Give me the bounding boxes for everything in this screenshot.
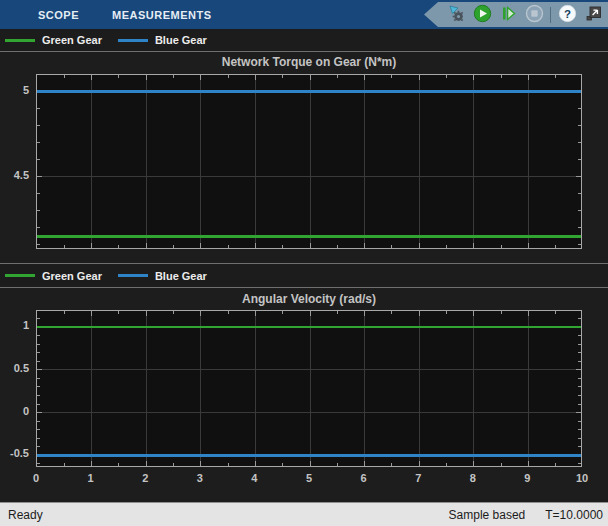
simulation-settings-button[interactable]: [446, 5, 466, 25]
toolbar-separator: [550, 7, 551, 23]
tab-measurements[interactable]: MEASUREMENTS: [112, 9, 212, 21]
axis-tick: [391, 311, 392, 314]
legend-line-swatch: [118, 39, 148, 42]
svg-text:?: ?: [563, 7, 570, 19]
axis-tick: [37, 318, 40, 319]
stop-icon: [525, 4, 544, 26]
x-tick-label: 1: [76, 472, 106, 484]
axis-tick: [528, 243, 529, 248]
axis-tick: [501, 245, 502, 248]
gridline-vertical: [473, 75, 474, 248]
axis-tick: [576, 412, 581, 413]
axis-tick: [578, 108, 581, 109]
x-tick-label: 3: [185, 472, 215, 484]
axis-tick: [578, 395, 581, 396]
stop-button[interactable]: [524, 5, 544, 25]
axis-tick: [37, 404, 40, 405]
tab-scope[interactable]: SCOPE: [38, 9, 79, 21]
toolstrip-tabbar: SCOPE MEASUREMENTS ?: [0, 0, 608, 29]
help-button[interactable]: ?: [557, 5, 577, 25]
dock-button[interactable]: [583, 5, 603, 25]
display-panel-torque: Network Torque on Gear (N*m)54.5: [0, 52, 608, 263]
axis-tick: [173, 75, 174, 78]
axis-tick: [255, 243, 256, 248]
gridline-vertical: [419, 311, 420, 466]
axis-tick: [37, 125, 40, 126]
axis-tick: [578, 193, 581, 194]
axis-tick: [578, 344, 581, 345]
axis-tick: [37, 395, 40, 396]
x-tick-label: 7: [403, 472, 433, 484]
axis-tick: [146, 461, 147, 466]
dock-icon: [584, 4, 603, 26]
axis-tick: [446, 75, 447, 78]
axis-tick: [118, 245, 119, 248]
legend-line-swatch: [118, 274, 148, 277]
axis-tick: [173, 245, 174, 248]
axis-tick: [578, 438, 581, 439]
legend-item-green-gear[interactable]: Green Gear: [5, 270, 102, 282]
plot-axes[interactable]: [36, 74, 582, 249]
axis-tick: [37, 361, 40, 362]
legend-line-swatch: [5, 39, 35, 42]
legend-item-blue-gear[interactable]: Blue Gear: [118, 34, 207, 46]
gridline-vertical: [91, 311, 92, 466]
display-panel-velocity: Angular Velocity (rad/s)10.50-0.50123456…: [0, 288, 608, 502]
axis-tick: [419, 461, 420, 466]
axis-tick: [37, 386, 40, 387]
axis-tick: [91, 243, 92, 248]
legend-item-green-gear[interactable]: Green Gear: [5, 34, 102, 46]
run-button[interactable]: [472, 5, 492, 25]
y-tick-label: 0.5: [0, 362, 29, 374]
axis-tick: [473, 75, 474, 80]
axis-tick: [473, 461, 474, 466]
y-tick-label: 0: [0, 405, 29, 417]
axis-tick: [578, 335, 581, 336]
axis-tick: [446, 311, 447, 314]
series-line-blue-gear: [37, 454, 581, 457]
axis-tick: [118, 311, 119, 314]
series-line-green-gear: [37, 235, 581, 238]
axis-tick: [391, 75, 392, 78]
axis-tick: [37, 421, 40, 422]
axis-tick: [555, 245, 556, 248]
gridline-vertical: [528, 311, 529, 466]
axis-tick: [576, 369, 581, 370]
axis-tick: [37, 142, 40, 143]
x-tick-label: 9: [512, 472, 542, 484]
axis-tick: [173, 311, 174, 314]
step-forward-button[interactable]: [498, 5, 518, 25]
axis-tick: [473, 243, 474, 248]
gridline-vertical: [473, 311, 474, 466]
axis-tick: [528, 461, 529, 466]
axis-tick: [310, 243, 311, 248]
x-tick-label: 8: [458, 472, 488, 484]
axis-tick: [419, 311, 420, 316]
axis-tick: [446, 245, 447, 248]
axis-tick: [228, 245, 229, 248]
axis-tick: [64, 245, 65, 248]
axis-tick: [578, 227, 581, 228]
axis-tick: [578, 361, 581, 362]
axis-tick: [419, 75, 420, 80]
axis-tick: [146, 311, 147, 316]
axis-tick: [282, 245, 283, 248]
axis-tick: [578, 318, 581, 319]
axis-tick: [37, 463, 40, 464]
gridline-horizontal: [37, 369, 581, 370]
legend-item-blue-gear[interactable]: Blue Gear: [118, 270, 207, 282]
x-tick-label: 10: [567, 472, 597, 484]
status-text: Ready: [8, 508, 43, 522]
axis-tick: [37, 446, 40, 447]
axis-tick: [419, 243, 420, 248]
simulation-toolbar: ?: [424, 2, 608, 27]
plot-axes[interactable]: [36, 310, 582, 467]
axis-tick: [578, 446, 581, 447]
legend-display-1: Green GearBlue Gear: [0, 29, 608, 51]
axis-tick: [576, 176, 581, 177]
series-line-green-gear: [37, 326, 581, 328]
axis-tick: [310, 461, 311, 466]
gear-icon: [447, 4, 466, 26]
axis-tick: [337, 245, 338, 248]
axis-tick: [364, 311, 365, 316]
